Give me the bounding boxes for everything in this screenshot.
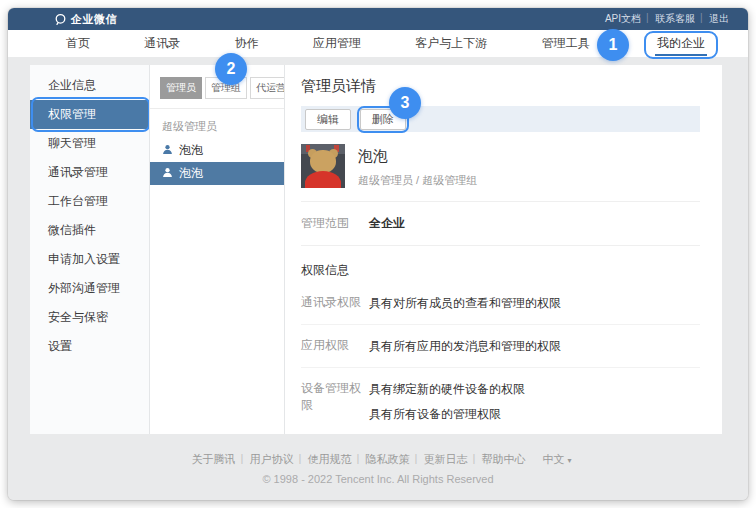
sidebar-item-permission-label: 权限管理: [48, 107, 96, 121]
footer: 关于腾讯 用户协议 使用规范 隐私政策 更新日志 帮助中心 中文 ▾ © 199…: [8, 434, 748, 500]
profile-role: 超级管理员 / 超级管理组: [358, 173, 477, 188]
permission-value: 具有所有设备的管理权限: [369, 405, 525, 423]
settings-sidebar: 企业信息 权限管理 聊天管理 通讯录管理 工作台管理 微信插件 申请加入设置 外…: [30, 65, 150, 434]
edit-button[interactable]: 编辑: [305, 109, 351, 130]
annotation-step-1-badge: 1: [597, 29, 629, 61]
language-selector[interactable]: 中文 ▾: [532, 452, 571, 467]
scope-value: 全企业: [369, 215, 405, 232]
sidebar-item-workbench-management[interactable]: 工作台管理: [30, 187, 149, 216]
chevron-down-icon: ▾: [568, 456, 572, 465]
sidebar-item-company-info[interactable]: 企业信息: [30, 71, 149, 100]
permission-value: 具有所有应用的发消息和管理的权限: [369, 337, 561, 355]
divider: [301, 201, 700, 202]
annotation-step-3-badge: 3: [389, 87, 421, 119]
sidebar-item-join-settings[interactable]: 申请加入设置: [30, 245, 149, 274]
primary-nav: 首页 通讯录 协作 应用管理 客户与上下游 管理工具 我的企业: [8, 30, 748, 57]
super-admin-group-label: 超级管理员: [150, 109, 284, 139]
footer-link-user-agreement[interactable]: 用户协议: [242, 452, 300, 467]
tab-administrators[interactable]: 管理员: [160, 77, 202, 99]
person-icon: [162, 144, 173, 158]
person-icon: [162, 167, 173, 181]
copyright: © 1998 - 2022 Tencent Inc. All Rights Re…: [8, 473, 748, 485]
footer-links: 关于腾讯 用户协议 使用规范 隐私政策 更新日志 帮助中心 中文 ▾: [184, 452, 571, 467]
nav-item-my-company-label: 我的企业: [655, 35, 707, 56]
permission-value: 具有对所有成员的查看和管理的权限: [369, 294, 561, 312]
app-logo-text: 企业微信: [71, 12, 117, 27]
nav-item-apps[interactable]: 应用管理: [313, 35, 361, 52]
contact-support-link[interactable]: 联系客服: [648, 12, 702, 26]
nav-item-collaboration[interactable]: 协作: [235, 35, 259, 52]
permissions-section-title: 权限信息: [301, 262, 700, 279]
permission-label: 应用权限: [301, 337, 369, 355]
admin-name: 泡泡: [179, 142, 203, 159]
sidebar-item-wechat-plugin[interactable]: 微信插件: [30, 216, 149, 245]
sidebar-item-chat-management[interactable]: 聊天管理: [30, 129, 149, 158]
admin-list-item-selected[interactable]: 泡泡: [150, 162, 284, 185]
detail-toolbar: 编辑 删除: [301, 106, 700, 132]
nav-item-home[interactable]: 首页: [66, 35, 90, 52]
permission-row-apps: 应用权限 具有所有应用的发消息和管理的权限: [301, 325, 700, 368]
scope-row: 管理范围 全企业: [301, 215, 700, 232]
sidebar-item-external-comm[interactable]: 外部沟通管理: [30, 274, 149, 303]
tab-agent-operation[interactable]: 代运营: [250, 77, 285, 99]
scope-label: 管理范围: [301, 215, 369, 232]
api-docs-link[interactable]: API文档: [598, 12, 648, 26]
logout-link[interactable]: 退出: [702, 12, 736, 26]
topbar: 企业微信 API文档 联系客服 退出: [8, 8, 748, 30]
sidebar-item-contacts-management[interactable]: 通讯录管理: [30, 158, 149, 187]
footer-link-about[interactable]: 关于腾讯: [184, 452, 242, 467]
permission-value: 具有绑定新的硬件设备的权限: [369, 380, 525, 398]
admin-detail-panel: 管理员详情 编辑 删除: [285, 65, 722, 434]
permission-label: 设备管理权限: [301, 380, 369, 423]
divider: [301, 245, 700, 246]
detail-title: 管理员详情: [301, 77, 700, 96]
profile-name: 泡泡: [358, 147, 477, 166]
footer-link-usage-rules[interactable]: 使用规范: [300, 452, 358, 467]
nav-item-contacts[interactable]: 通讯录: [144, 35, 180, 52]
sidebar-item-security[interactable]: 安全与保密: [30, 303, 149, 332]
language-label: 中文: [542, 453, 564, 465]
admin-profile: 泡泡 超级管理员 / 超级管理组: [301, 144, 700, 188]
admin-name: 泡泡: [179, 165, 203, 182]
topbar-links: API文档 联系客服 退出: [598, 12, 736, 26]
annotation-step-2-badge: 2: [215, 53, 247, 85]
avatar: [301, 144, 345, 188]
sidebar-item-permission-management[interactable]: 权限管理: [30, 100, 149, 129]
permission-row-devices: 设备管理权限 具有绑定新的硬件设备的权限 具有所有设备的管理权限: [301, 368, 700, 434]
footer-link-help-center[interactable]: 帮助中心: [474, 452, 532, 467]
main-body: 企业信息 权限管理 聊天管理 通讯录管理 工作台管理 微信插件 申请加入设置 外…: [8, 57, 748, 434]
footer-link-changelog[interactable]: 更新日志: [416, 452, 474, 467]
sidebar-item-settings[interactable]: 设置: [30, 332, 149, 361]
wework-bubble-icon: [54, 13, 67, 26]
admin-list-item[interactable]: 泡泡: [150, 139, 284, 162]
app-window: 企业微信 API文档 联系客服 退出 首页 通讯录 协作 应用管理 客户与上下游…: [8, 8, 748, 500]
permission-label: 通讯录权限: [301, 294, 369, 312]
profile-text: 泡泡 超级管理员 / 超级管理组: [358, 144, 477, 188]
admin-list-panel: 管理员 管理组 代运营 + 超级管理员 泡泡 泡泡: [150, 65, 285, 434]
nav-item-customers[interactable]: 客户与上下游: [415, 35, 487, 52]
app-logo: 企业微信: [54, 12, 117, 27]
nav-item-admin-tools[interactable]: 管理工具: [542, 35, 590, 52]
page: 企业微信 API文档 联系客服 退出 首页 通讯录 协作 应用管理 客户与上下游…: [0, 0, 756, 508]
permission-row-contacts: 通讯录权限 具有对所有成员的查看和管理的权限: [301, 282, 700, 325]
footer-link-privacy[interactable]: 隐私政策: [358, 452, 416, 467]
nav-item-my-company[interactable]: 我的企业: [644, 31, 718, 59]
